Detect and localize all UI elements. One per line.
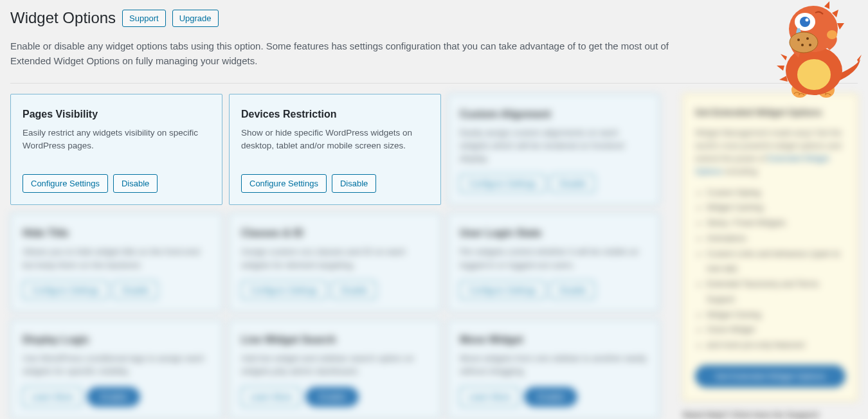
sidebar-feature-item: Widget Cloning (707, 308, 845, 323)
configure-button: Learn More (460, 387, 519, 407)
card-description: Show or hide specific WordPress widgets … (241, 127, 429, 166)
sidebar-feature-item: Custom Styling (707, 186, 845, 201)
configure-button: Configure Settings (23, 281, 108, 299)
card-title: Live Widget Search (241, 334, 429, 346)
svg-point-8 (806, 19, 809, 22)
card-description: Per widgets control whether it will be v… (460, 245, 647, 272)
sidebar-cta-button[interactable]: Get Extended Widget Options (695, 365, 845, 388)
card-actions: Learn MoreEnable (23, 387, 210, 407)
toggle-button: Disable (113, 281, 158, 299)
sidebar-paragraph: Widget Management made easy! Get the wor… (695, 127, 845, 178)
option-card: Custom AlignmentEasily assign custom ali… (448, 94, 660, 206)
sidebar-feature-item: Custom Links and behaviour (open to new … (707, 247, 845, 278)
configure-button[interactable]: Configure Settings (241, 174, 327, 193)
configure-button: Learn More (23, 387, 82, 407)
card-description: Move widgets from one sidebar to another… (460, 352, 647, 379)
card-description: Assign custom css classes and ID on each… (241, 245, 429, 272)
sidebar-feature-item: Widget Caching (707, 201, 845, 216)
svg-point-11 (797, 39, 800, 41)
toggle-button: Enable (305, 387, 358, 407)
toggle-button: Enable (87, 387, 140, 407)
svg-point-7 (800, 17, 810, 27)
card-description: Allows you to hide widget title on the f… (23, 245, 210, 272)
card-actions: Configure SettingsDisable (460, 174, 647, 193)
card-title: Custom Alignment (460, 109, 647, 120)
card-title: Move Widget (460, 334, 647, 346)
card-description: Easily restrict any widgets visibility o… (23, 127, 210, 166)
configure-button: Learn More (241, 387, 300, 407)
option-card: Move WidgetMove widgets from one sidebar… (448, 319, 660, 419)
card-title: Pages Visibility (23, 109, 210, 120)
mascot-dino-icon (765, 0, 862, 100)
toggle-button: Disable (332, 281, 376, 299)
svg-point-12 (806, 37, 809, 40)
svg-point-13 (801, 44, 804, 46)
svg-point-14 (809, 44, 811, 46)
option-card: Live Widget SearchAdd live widget and si… (229, 319, 441, 419)
card-actions: Configure SettingsDisable (23, 281, 210, 299)
option-card: Display LogicUse WordPress conditional t… (10, 319, 222, 419)
card-title: User Login State (460, 227, 647, 239)
page-title: Widget Options (10, 9, 116, 27)
configure-button: Configure Settings (460, 174, 545, 193)
card-title: Hide Title (23, 227, 210, 239)
configure-button: Configure Settings (241, 281, 327, 299)
toggle-button: Disable (550, 174, 595, 193)
card-description: Add live widget and sidebar search optio… (241, 352, 429, 379)
page-intro: Enable or disable any widget options tab… (0, 27, 714, 83)
sidebar-footer: Need Help? Click here for Support (683, 410, 858, 419)
card-actions: Configure SettingsDisable (23, 174, 210, 193)
card-actions: Configure SettingsDisable (460, 281, 647, 299)
sidebar-feature-item: Clone Widget (707, 323, 845, 338)
card-actions: Learn MoreEnable (241, 387, 429, 407)
card-actions: Learn MoreEnable (460, 387, 647, 407)
sidebar-feature-item: and more pro-only features! (707, 338, 845, 353)
toggle-button: Enable (524, 387, 577, 407)
configure-button: Configure Settings (460, 281, 545, 299)
sidebar-feature-item: Sticky / Fixed Widgets (707, 216, 845, 231)
card-title: Classes & ID (241, 227, 429, 239)
card-actions: Configure SettingsDisable (241, 281, 429, 299)
sidebar-title: Get Extended Widget Options (695, 107, 845, 118)
option-card: User Login StatePer widgets control whet… (448, 213, 660, 312)
toggle-button[interactable]: Disable (332, 174, 376, 193)
toggle-button[interactable]: Disable (113, 174, 158, 193)
card-title: Display Logic (23, 334, 210, 346)
option-card: Devices RestrictionShow or hide specific… (229, 94, 441, 206)
configure-button[interactable]: Configure Settings (23, 174, 108, 193)
sidebar: Get Extended Widget Options Widget Manag… (683, 94, 858, 420)
upgrade-button[interactable]: Upgrade (172, 10, 219, 27)
card-description: Use WordPress conditional tags to assign… (23, 352, 210, 379)
sidebar-feature-item: Animations (707, 231, 845, 247)
card-description: Easily assign custom alignments on each … (460, 127, 647, 166)
option-card: Classes & IDAssign custom css classes an… (229, 213, 441, 312)
svg-point-15 (827, 30, 837, 39)
support-button[interactable]: Support (122, 10, 166, 27)
option-card: Hide TitleAllows you to hide widget titl… (10, 213, 222, 312)
card-title: Devices Restriction (241, 109, 429, 120)
toggle-button: Disable (550, 281, 595, 299)
card-actions: Configure SettingsDisable (241, 174, 429, 193)
sidebar-feature-item: Extended Taxonomy and Terms Support (707, 277, 845, 308)
cards-grid: Pages VisibilityEasily restrict any widg… (10, 94, 660, 420)
svg-point-3 (797, 59, 831, 90)
option-card: Pages VisibilityEasily restrict any widg… (10, 94, 222, 206)
